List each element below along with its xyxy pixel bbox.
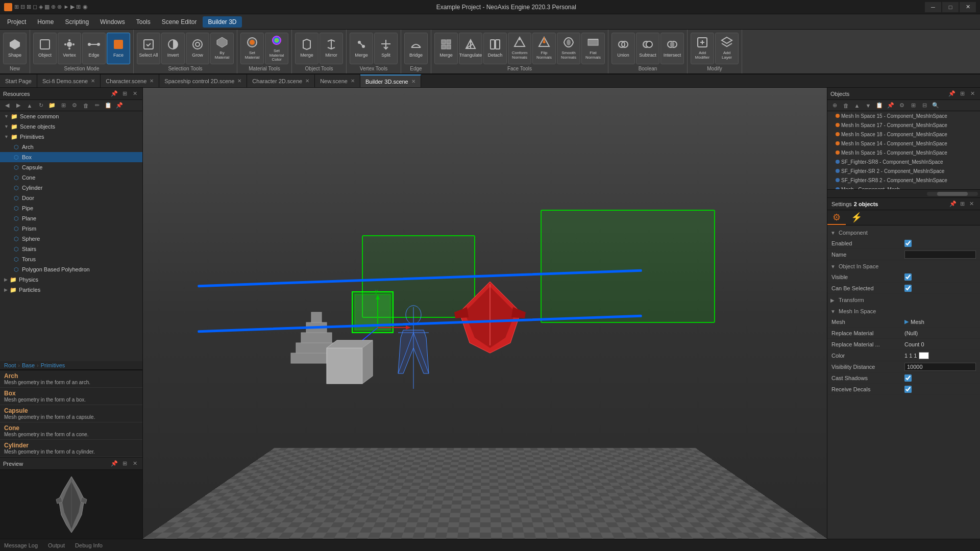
tab-builder-3d-close[interactable]: ✕	[411, 79, 415, 84]
tree-door[interactable]: ⬡ Door	[0, 193, 142, 203]
tree-pipe[interactable]: ⬡ Pipe	[0, 203, 142, 213]
tree-prism[interactable]: ⬡ Prism	[0, 223, 142, 234]
tree-cone[interactable]: ⬡ Cone	[0, 172, 142, 183]
tree-arch[interactable]: ⬡ Arch	[0, 142, 142, 152]
obj-mesh-in-space-17[interactable]: Mesh In Space 17 - Component_MeshInSpace	[827, 120, 980, 130]
obj-add-btn[interactable]: ⊕	[829, 101, 840, 110]
menu-scene-editor[interactable]: Scene Editor	[157, 16, 202, 28]
tb-set-material-color[interactable]: SetMaterialColor	[265, 33, 288, 64]
tb-union[interactable]: Union	[611, 33, 635, 64]
section-transform-header[interactable]: ▶ Transform	[827, 295, 980, 305]
statusbar-debug-info[interactable]: Debug Info	[75, 542, 103, 548]
obj-mesh-in-space-18[interactable]: Mesh In Space 18 - Component_MeshInSpace	[827, 130, 980, 139]
tab-character[interactable]: Character.scene ✕	[101, 74, 159, 88]
res-back-btn[interactable]: ◀	[2, 101, 12, 110]
prop-name-input[interactable]	[904, 251, 976, 259]
resources-pin-btn[interactable]: 📌	[110, 89, 119, 98]
menu-tools[interactable]: Tools	[131, 16, 156, 28]
tab-new-scene-close[interactable]: ✕	[351, 78, 355, 84]
obj-down-btn[interactable]: ▼	[863, 101, 873, 110]
tab-new-scene[interactable]: New.scene ✕	[315, 74, 360, 88]
tb-add-layer[interactable]: AddLayer	[715, 33, 739, 64]
tree-box[interactable]: ⬡ Box	[0, 152, 142, 162]
obj-delete-btn[interactable]: 🗑	[841, 101, 851, 110]
tb-add-modifier[interactable]: AddModifier	[691, 33, 714, 64]
tree-scene-objects[interactable]: ▼ 📁 Scene objects	[0, 121, 142, 132]
res-settings-btn[interactable]: ⚙	[69, 101, 80, 110]
section-component-header[interactable]: ▼ Component	[827, 228, 980, 238]
tb-face[interactable]: Face	[107, 33, 130, 64]
menu-builder-3d[interactable]: Builder 3D	[203, 16, 241, 28]
tb-object[interactable]: Object	[33, 33, 57, 64]
objects-expand-btn[interactable]: ⊞	[958, 89, 967, 98]
obj-paste-btn[interactable]: 📌	[886, 101, 896, 110]
settings-close-btn[interactable]: ✕	[967, 199, 976, 209]
tb-intersect[interactable]: Intersect	[660, 33, 684, 64]
prop-visible-checkbox[interactable]	[904, 273, 912, 281]
tb-merge-face[interactable]: Merge	[434, 33, 458, 64]
obj-sf-fighter-sr8-2[interactable]: SF_Fighter-SR8 2 - Component_MeshInSpace	[827, 176, 980, 185]
breadcrumb-root[interactable]: Root	[4, 362, 16, 368]
prop-visibility-distance-input[interactable]	[904, 363, 976, 371]
tb-invert[interactable]: Invert	[161, 33, 185, 64]
tb-flip-normals[interactable]: FlipNormals	[532, 33, 556, 64]
tb-grow[interactable]: Grow	[186, 33, 209, 64]
obj-search-btn[interactable]: 🔍	[930, 101, 941, 110]
tree-sphere[interactable]: ⬡ Sphere	[0, 234, 142, 244]
obj-mesh-component[interactable]: Mesh - Component_Mesh	[827, 185, 980, 189]
menu-windows[interactable]: Windows	[95, 16, 130, 28]
obj-settings-btn[interactable]: ⚙	[897, 101, 907, 110]
res-fwd-btn[interactable]: ▶	[13, 101, 23, 110]
minimize-button[interactable]: ─	[925, 2, 941, 12]
res-delete-btn[interactable]: 🗑	[81, 101, 91, 110]
obj-expand-all-btn[interactable]: ⊞	[908, 101, 918, 110]
tree-plane[interactable]: ⬡ Plane	[0, 213, 142, 223]
objects-pin-btn[interactable]: 📌	[947, 89, 957, 98]
close-button[interactable]: ✕	[960, 2, 976, 12]
tree-primitives[interactable]: ▼ 📁 Primitives	[0, 132, 142, 142]
tb-mirror[interactable]: Mirror	[320, 33, 343, 64]
res-import-btn[interactable]: ⊞	[58, 101, 68, 110]
maximize-button[interactable]: □	[942, 2, 959, 12]
prop-can-be-selected-checkbox[interactable]	[904, 285, 912, 292]
prop-mesh-link[interactable]: ▶	[904, 318, 909, 325]
settings-tab-properties[interactable]: ⚙	[827, 210, 846, 225]
tb-split[interactable]: Split	[374, 33, 398, 64]
tb-detach[interactable]: Detach	[483, 33, 507, 64]
res-copy-btn[interactable]: 📋	[103, 101, 113, 110]
preview-pin-btn[interactable]: 📌	[110, 459, 119, 468]
tab-spaceship-control-close[interactable]: ✕	[237, 78, 241, 84]
prop-receive-decals-checkbox[interactable]	[904, 386, 912, 393]
breadcrumb-primitives[interactable]: Primitives	[41, 362, 65, 368]
obj-mesh-in-space-14[interactable]: Mesh In Space 14 - Component_MeshInSpace	[827, 139, 980, 148]
preview-close-btn[interactable]: ✕	[130, 459, 139, 468]
obj-sf-fighter-sr8[interactable]: SF_Fighter-SR8 - Component_MeshInSpace	[827, 157, 980, 166]
tree-capsule[interactable]: ⬡ Capsule	[0, 162, 142, 172]
obj-copy-btn[interactable]: 📋	[874, 101, 885, 110]
breadcrumb-base[interactable]: Base	[22, 362, 35, 368]
tb-smooth-normals[interactable]: SmoothNormals	[557, 33, 580, 64]
prop-enabled-checkbox[interactable]	[904, 240, 912, 247]
tree-particles[interactable]: ▶ 📁 Particles	[0, 285, 142, 295]
res-rename-btn[interactable]: ✏	[92, 101, 102, 110]
tb-shape[interactable]: Shape	[3, 33, 27, 64]
tb-bridge[interactable]: Bridge	[404, 33, 428, 64]
statusbar-message-log[interactable]: Message Log	[4, 542, 38, 548]
tb-conform-normals[interactable]: ConformNormals	[508, 33, 531, 64]
tab-scifi-demo-close[interactable]: ✕	[91, 78, 95, 84]
settings-pin-btn[interactable]: 📌	[948, 199, 958, 209]
obj-collapse-all-btn[interactable]: ⊟	[919, 101, 929, 110]
section-mesh-in-space-header[interactable]: ▼ Mesh In Space	[827, 306, 980, 316]
prop-color-swatch[interactable]	[919, 352, 929, 359]
tree-physics[interactable]: ▶ 📁 Physics	[0, 274, 142, 285]
preview-float-btn[interactable]: ⊞	[120, 459, 129, 468]
tab-character-2d-close[interactable]: ✕	[305, 78, 309, 84]
obj-up-btn[interactable]: ▲	[852, 101, 862, 110]
res-paste-btn[interactable]: 📌	[114, 101, 125, 110]
tb-flat-normals[interactable]: FlatNormals	[581, 33, 605, 64]
tree-polygon-polyhedron[interactable]: ⬡ Polygon Based Polyhedron	[0, 264, 142, 274]
objects-close-btn[interactable]: ✕	[968, 89, 977, 98]
tree-stairs[interactable]: ⬡ Stairs	[0, 244, 142, 254]
tb-by-material[interactable]: ByMaterial	[210, 33, 234, 64]
tab-start-page[interactable]: Start Page	[0, 74, 37, 88]
